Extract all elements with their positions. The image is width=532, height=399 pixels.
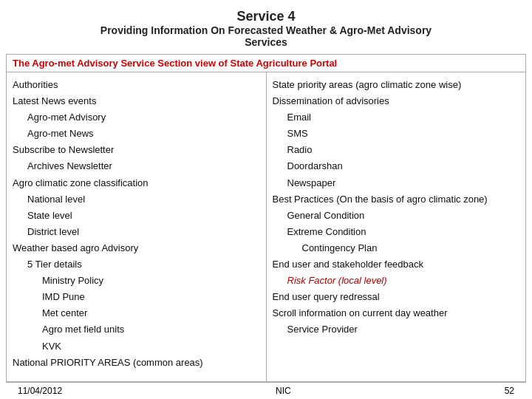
header-subtitle1: Providing Information On Forecasted Weat… — [7, 24, 525, 36]
list-item: Service Provider — [273, 321, 520, 338]
list-item: Risk Factor (local level) — [273, 273, 520, 289]
list-item: Doordarshan — [273, 158, 520, 174]
list-item: KVK — [13, 338, 260, 355]
list-item: End user query redressal — [273, 289, 520, 305]
right-column: State priority areas (agro climatic zone… — [266, 72, 525, 381]
list-item: Weather based agro Advisory — [13, 240, 260, 256]
list-item: Agro-met Advisory — [13, 109, 260, 126]
list-item: Agro-met News — [13, 126, 260, 142]
list-item: 5 Tier details — [13, 256, 260, 273]
main-content: AuthoritiesLatest News eventsAgro-met Ad… — [6, 72, 526, 382]
header: Service 4 Providing Information On Forec… — [0, 0, 532, 54]
list-item: Contingency Plan — [273, 240, 520, 256]
footer-date: 11/04/2012 — [18, 386, 62, 396]
list-item: Archives Newsletter — [13, 158, 260, 174]
list-item: Extreme Condition — [273, 224, 520, 240]
list-item: Agro climatic zone classification — [13, 175, 260, 191]
list-item: Newspaper — [273, 175, 520, 191]
list-item: Radio — [273, 142, 520, 158]
list-item: SMS — [273, 126, 520, 142]
footer-page: 52 — [505, 386, 514, 396]
list-item: Authorities — [13, 77, 260, 93]
header-title: Service 4 — [7, 9, 525, 24]
content-table: AuthoritiesLatest News eventsAgro-met Ad… — [7, 72, 525, 381]
left-column: AuthoritiesLatest News eventsAgro-met Ad… — [7, 72, 266, 381]
list-item: Subscribe to Newsletter — [13, 142, 260, 158]
list-item: General Condition — [273, 208, 520, 224]
list-item: District level — [13, 224, 260, 240]
list-item: Scroll information on current day weathe… — [273, 305, 520, 321]
header-subtitle2: Services — [7, 36, 525, 48]
list-item: Agro met field units — [13, 321, 260, 338]
list-item: State priority areas (agro climatic zone… — [273, 77, 520, 93]
list-item: End user and stakeholder feedback — [273, 256, 520, 273]
list-item: Email — [273, 109, 520, 126]
list-item: Dissemination of advisories — [273, 93, 520, 109]
list-item: National PRIORITY AREAS (common areas) — [13, 355, 260, 371]
footer: 11/04/2012 NIC 52 — [6, 382, 526, 399]
list-item: Latest News events — [13, 93, 260, 109]
list-item: IMD Pune — [13, 289, 260, 305]
list-item: Ministry Policy — [13, 273, 260, 289]
list-item: Met center — [13, 305, 260, 321]
footer-org: NIC — [276, 386, 291, 396]
page: Service 4 Providing Information On Forec… — [0, 0, 532, 399]
list-item: State level — [13, 208, 260, 224]
list-item: National level — [13, 191, 260, 208]
list-item: Best Practices (On the basis of agro cli… — [273, 191, 520, 208]
section-heading: The Agro-met Advisory Service Section vi… — [6, 54, 526, 72]
